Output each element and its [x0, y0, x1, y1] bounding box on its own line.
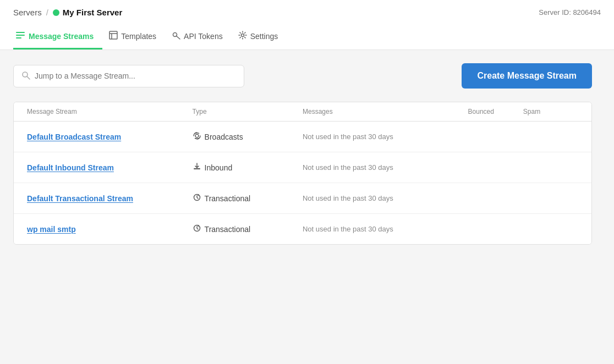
- col-header-bounced: Bounced: [468, 108, 523, 115]
- tab-settings-label: Settings: [250, 32, 278, 41]
- tab-message-streams-label: Message Streams: [29, 32, 94, 41]
- col-header-stream: Message Stream: [27, 108, 193, 115]
- tab-api-tokens-label: API Tokens: [184, 32, 223, 41]
- stream-type-label-0: Broadcasts: [205, 133, 243, 141]
- stream-type-label-1: Inbound: [205, 163, 233, 172]
- svg-line-4: [177, 36, 180, 40]
- svg-point-5: [241, 34, 244, 37]
- stream-messages-2: Not used in the past 30 days: [303, 194, 468, 202]
- stream-type-2: Transactional: [193, 193, 303, 203]
- table-header: Message Stream Type Messages Bounced Spa…: [14, 102, 591, 122]
- inbound-type-icon: [193, 162, 201, 173]
- api-tokens-icon: [172, 31, 180, 42]
- tab-api-tokens[interactable]: API Tokens: [169, 25, 232, 49]
- col-header-messages: Messages: [303, 108, 468, 115]
- tab-settings[interactable]: Settings: [236, 25, 287, 49]
- table-row: Default Transactional Stream Transaction…: [14, 183, 591, 214]
- stream-messages-0: Not used in the past 30 days: [303, 133, 468, 141]
- templates-icon: [109, 31, 118, 42]
- transactional-type-icon-2: [193, 193, 201, 203]
- stream-name-3[interactable]: wp mail smtp: [27, 225, 193, 234]
- breadcrumb-parent[interactable]: Servers: [13, 8, 42, 17]
- stream-type-0: Broadcasts: [193, 131, 303, 142]
- stream-name-1[interactable]: Default Inbound Stream: [27, 163, 193, 172]
- tab-templates[interactable]: Templates: [107, 25, 165, 49]
- transactional-type-icon-3: [193, 224, 201, 234]
- top-bar: Servers / My First Server Server ID: 820…: [0, 0, 614, 50]
- server-name: My First Server: [63, 8, 122, 17]
- broadcasts-type-icon: [193, 131, 201, 142]
- server-status-dot: [53, 9, 59, 16]
- stream-type-label-2: Transactional: [205, 194, 251, 203]
- stream-messages-1: Not used in the past 30 days: [303, 163, 468, 172]
- stream-type-3: Transactional: [193, 224, 303, 234]
- svg-rect-0: [109, 31, 117, 39]
- streams-table: Message Stream Type Messages Bounced Spa…: [13, 102, 592, 245]
- search-input[interactable]: [35, 71, 236, 80]
- table-row: wp mail smtp Transactional Not used in t…: [14, 214, 591, 244]
- message-streams-icon: [15, 30, 25, 42]
- breadcrumb: Servers / My First Server: [13, 8, 122, 17]
- svg-point-8: [195, 134, 199, 137]
- stream-type-label-3: Transactional: [205, 225, 251, 234]
- tab-templates-label: Templates: [121, 32, 156, 41]
- nav-tabs: Message Streams Templates API Tokens: [13, 23, 601, 49]
- stream-type-1: Inbound: [193, 162, 303, 173]
- create-message-stream-button[interactable]: Create Message Stream: [462, 63, 592, 89]
- tab-message-streams[interactable]: Message Streams: [13, 25, 102, 49]
- table-row: Default Broadcast Stream Broadcasts Not …: [14, 122, 591, 152]
- stream-name-0[interactable]: Default Broadcast Stream: [27, 133, 193, 141]
- stream-messages-3: Not used in the past 30 days: [303, 225, 468, 233]
- col-header-spam: Spam: [523, 108, 578, 115]
- search-icon: [21, 71, 30, 81]
- breadcrumb-separator: /: [46, 8, 48, 17]
- col-header-type: Type: [193, 108, 303, 115]
- breadcrumb-current: My First Server: [53, 8, 122, 17]
- svg-line-7: [27, 76, 30, 79]
- toolbar: Create Message Stream: [13, 63, 592, 89]
- table-row: Default Inbound Stream Inbound Not used …: [14, 152, 591, 183]
- main-content: Create Message Stream Message Stream Typ…: [0, 50, 605, 258]
- svg-rect-9: [194, 168, 200, 169]
- search-box: [13, 65, 244, 87]
- server-id: Server ID: 8206494: [539, 8, 601, 16]
- stream-name-2[interactable]: Default Transactional Stream: [27, 194, 193, 203]
- settings-icon: [238, 31, 247, 42]
- breadcrumb-row: Servers / My First Server Server ID: 820…: [13, 0, 601, 23]
